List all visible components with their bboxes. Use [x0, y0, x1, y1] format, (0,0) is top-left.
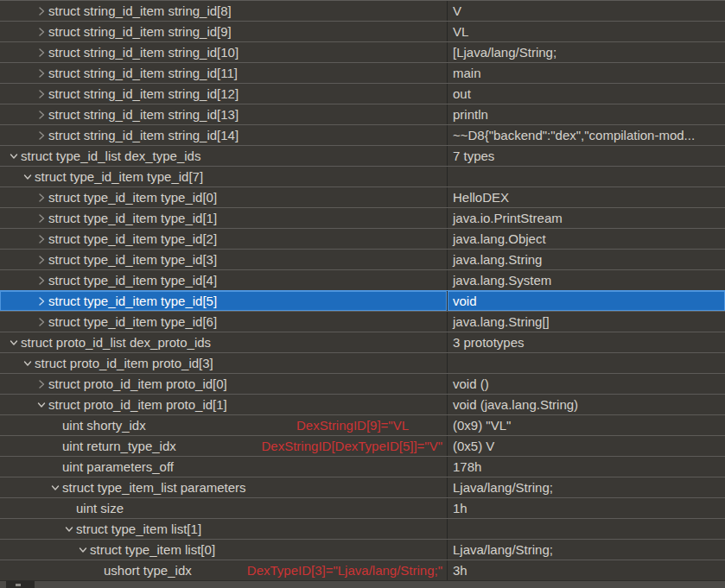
- indent-spacer: [0, 280, 36, 281]
- tree-row[interactable]: struct string_id_item string_id[10][Ljav…: [0, 41, 725, 62]
- scrollbar-thumb[interactable]: [6, 581, 35, 588]
- chevron-down-icon[interactable]: [36, 400, 48, 410]
- tree-row[interactable]: ushort type_idxDexTypeID[3]="Ljava/lang/…: [0, 560, 725, 580]
- indent-spacer: [0, 73, 36, 73]
- tree-row[interactable]: struct string_id_item string_id[12]out: [0, 83, 725, 104]
- tree-row[interactable]: uint shorty_idxDexStringID[9]="VL(0x9) "…: [0, 414, 725, 435]
- chevron-down-icon[interactable]: [78, 545, 90, 555]
- tree-row[interactable]: uint return_type_idxDexStringID[DexTypeI…: [0, 435, 725, 456]
- indent-spacer: [0, 31, 36, 32]
- row-label: struct type_id_item type_id[7]: [35, 167, 203, 187]
- chevron-right-icon[interactable]: [36, 89, 48, 99]
- row-name-cell: struct type_id_list dex_type_ids: [0, 146, 448, 166]
- row-name-cell: struct type_item list[1]: [0, 519, 448, 539]
- row-name-cell: struct proto_id_item proto_id[3]: [0, 353, 448, 373]
- tree-row[interactable]: struct type_id_item type_id[3]java.lang.…: [0, 249, 725, 269]
- row-label: struct proto_id_item proto_id[3]: [35, 353, 213, 373]
- tree-row[interactable]: struct type_item list[0]Ljava/lang/Strin…: [0, 539, 725, 560]
- row-label: struct type_item_list parameters: [62, 477, 246, 497]
- row-label: struct proto_id_list dex_proto_ids: [21, 332, 211, 352]
- row-label: struct type_item list[0]: [90, 540, 215, 560]
- tree-row[interactable]: struct type_id_item type_id[0]HelloDEX: [0, 187, 725, 207]
- tree-row[interactable]: struct type_id_item type_id[1]java.io.Pr…: [0, 207, 725, 228]
- chevron-right-icon[interactable]: [36, 47, 48, 58]
- tree-row[interactable]: struct string_id_item string_id[11]main: [0, 62, 725, 83]
- chevron-right-icon[interactable]: [36, 193, 48, 203]
- chevron-down-icon[interactable]: [50, 483, 62, 493]
- tree-rows-container: struct string_id_item string_id[8]Vstruc…: [0, 0, 725, 581]
- row-label: uint shorty_idx: [62, 415, 146, 435]
- cross-reference-annotation: DexStringID[9]="VL: [296, 415, 409, 435]
- chevron-right-icon[interactable]: [36, 317, 48, 327]
- tree-row[interactable]: uint parameters_off178h: [0, 456, 725, 477]
- row-label: struct type_id_item type_id[2]: [48, 229, 217, 249]
- row-label: struct proto_id_item proto_id[0]: [48, 374, 227, 394]
- row-name-cell: struct type_item_list parameters: [0, 477, 448, 497]
- tree-row[interactable]: struct type_item_list parametersLjava/la…: [0, 477, 725, 497]
- row-value: void (java.lang.String): [448, 395, 725, 414]
- chevron-down-icon[interactable]: [22, 172, 35, 182]
- row-name-cell: uint parameters_off: [0, 457, 448, 477]
- row-name-cell: ushort type_idxDexTypeID[3]="Ljava/lang/…: [0, 560, 448, 580]
- indent-spacer: [0, 300, 36, 301]
- row-value: java.lang.String: [448, 250, 725, 269]
- indent-spacer: [0, 425, 50, 426]
- indent-spacer: [0, 114, 36, 115]
- row-label: uint return_type_idx: [62, 436, 176, 456]
- indent-spacer: [0, 93, 36, 94]
- tree-row[interactable]: struct type_id_item type_id[4]java.lang.…: [0, 269, 725, 290]
- horizontal-scrollbar[interactable]: [0, 580, 725, 588]
- chevron-right-icon[interactable]: [36, 130, 48, 141]
- row-value: [Ljava/lang/String;: [448, 42, 725, 62]
- chevron-down-icon[interactable]: [9, 151, 21, 161]
- chevron-right-icon[interactable]: [36, 296, 48, 307]
- row-value: Ljava/lang/String;: [448, 540, 725, 560]
- row-label: struct string_id_item string_id[12]: [48, 84, 238, 104]
- tree-row[interactable]: struct type_item list[1]: [0, 518, 725, 539]
- row-name-cell: struct type_id_item type_id[3]: [0, 250, 448, 269]
- chevron-down-icon[interactable]: [64, 524, 76, 534]
- chevron-down-icon[interactable]: [22, 358, 35, 369]
- chevron-right-icon[interactable]: [36, 110, 48, 120]
- chevron-right-icon[interactable]: [36, 275, 48, 286]
- chevron-right-icon[interactable]: [36, 213, 48, 224]
- indent-spacer: [0, 363, 22, 364]
- row-value: println: [448, 104, 725, 124]
- indent-spacer: [0, 176, 22, 177]
- tree-row[interactable]: struct proto_id_item proto_id[1]void (ja…: [0, 394, 725, 414]
- row-value: [448, 167, 725, 187]
- tree-row[interactable]: struct proto_id_list dex_proto_ids3 prot…: [0, 332, 725, 352]
- indent-spacer: [0, 10, 36, 11]
- tree-row[interactable]: struct type_id_list dex_type_ids7 types: [0, 145, 725, 166]
- tree-row[interactable]: struct string_id_item string_id[8]V: [0, 0, 725, 21]
- cross-reference-annotation: DexStringID[DexTypeID[5]]="V": [262, 436, 442, 456]
- tree-row[interactable]: uint size1h: [0, 497, 725, 518]
- tree-row[interactable]: struct type_id_item type_id[5]void: [0, 290, 725, 311]
- chevron-right-icon[interactable]: [36, 255, 48, 265]
- tree-row[interactable]: struct proto_id_item proto_id[3]: [0, 352, 725, 373]
- chevron-right-icon[interactable]: [36, 234, 48, 244]
- row-name-cell: struct type_id_item type_id[0]: [0, 187, 448, 207]
- row-name-cell: struct type_id_item type_id[2]: [0, 229, 448, 249]
- row-value: ~~D8{"backend":"dex","compilation-mod...: [448, 125, 725, 145]
- chevron-right-icon[interactable]: [36, 27, 48, 37]
- chevron-right-icon[interactable]: [36, 68, 48, 79]
- tree-row[interactable]: struct string_id_item string_id[9]VL: [0, 21, 725, 41]
- indent-spacer: [0, 238, 36, 239]
- row-name-cell: uint return_type_idxDexStringID[DexTypeI…: [0, 436, 448, 456]
- tree-row[interactable]: struct type_id_item type_id[7]: [0, 166, 725, 187]
- row-value: 7 types: [448, 146, 725, 166]
- row-label: struct string_id_item string_id[8]: [48, 1, 232, 21]
- indent-spacer: [0, 508, 64, 509]
- chevron-down-icon[interactable]: [9, 338, 21, 348]
- chevron-right-icon[interactable]: [36, 6, 48, 16]
- tree-row[interactable]: struct string_id_item string_id[13]print…: [0, 104, 725, 124]
- chevron-right-icon[interactable]: [36, 379, 48, 389]
- row-value: out: [448, 84, 725, 104]
- tree-row[interactable]: struct proto_id_item proto_id[0]void (): [0, 373, 725, 394]
- tree-row[interactable]: struct type_id_item type_id[2]java.lang.…: [0, 228, 725, 249]
- tree-row[interactable]: struct string_id_item string_id[14]~~D8{…: [0, 124, 725, 145]
- row-value: V: [448, 1, 725, 21]
- tree-row[interactable]: struct type_id_item type_id[6]java.lang.…: [0, 311, 725, 332]
- row-name-cell: struct type_id_item type_id[1]: [0, 208, 448, 228]
